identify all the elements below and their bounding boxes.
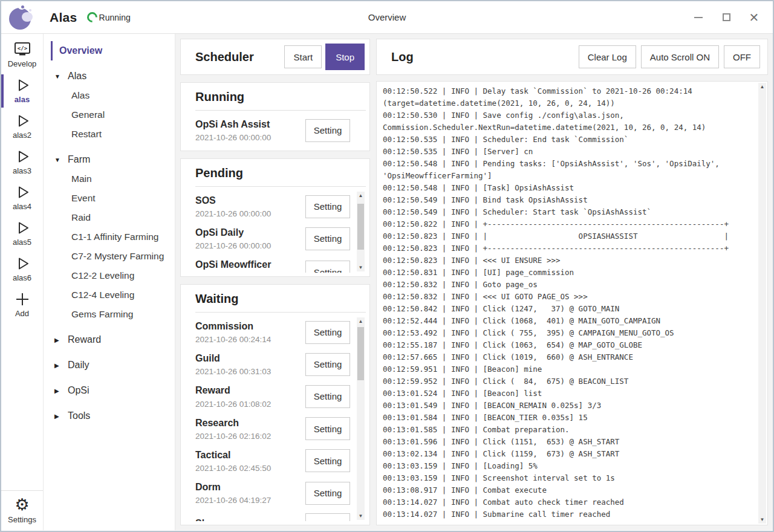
clear-log-button[interactable]: Clear Log bbox=[579, 45, 636, 68]
task-next-run-time: 2021-10-26 00:31:03 bbox=[195, 367, 301, 376]
task-setting-button[interactable]: Setting bbox=[305, 227, 350, 250]
scrollbar-thumb[interactable] bbox=[357, 327, 364, 380]
nav-item[interactable]: Restart bbox=[51, 125, 175, 144]
nav-item[interactable]: ▶ Tools bbox=[51, 406, 175, 426]
task-setting-button[interactable]: Setting bbox=[305, 353, 350, 376]
nav-item-label: Gems Farming bbox=[71, 309, 134, 320]
nav-item[interactable]: ▼ Alas bbox=[51, 66, 175, 86]
task-setting-button[interactable]: Setting bbox=[305, 482, 350, 505]
window-title: Overview bbox=[368, 12, 406, 22]
start-button[interactable]: Start bbox=[284, 45, 322, 68]
play-icon bbox=[14, 255, 31, 272]
nav-item-label: OpSi bbox=[68, 385, 89, 396]
pending-task-list: SOS 2021-10-26 00:00:00 Setting OpSi Dai… bbox=[195, 190, 366, 273]
sidebar-instance-item[interactable]: </> alas3 bbox=[1, 144, 43, 180]
nav-item[interactable]: C12-2 Leveling bbox=[51, 266, 175, 285]
nav-item-label: Raid bbox=[71, 212, 91, 223]
task-row: Dorm 2021-10-26 04:19:27 Setting bbox=[195, 477, 350, 509]
plus-icon bbox=[15, 291, 30, 307]
nav-item[interactable]: C1-1 Affinity Farming bbox=[51, 227, 175, 247]
svg-text:</>: </> bbox=[17, 45, 27, 51]
task-name: OpSi Daily bbox=[195, 227, 301, 238]
sidebar-instance-item[interactable]: </> alas4 bbox=[1, 180, 43, 216]
task-name: SOS bbox=[195, 195, 301, 206]
task-setting-button[interactable]: Setting bbox=[305, 261, 350, 273]
divider bbox=[195, 312, 366, 313]
nav-item[interactable]: Event bbox=[51, 189, 175, 208]
running-spinner-icon bbox=[85, 10, 99, 24]
nav-item-label: Farm bbox=[68, 154, 90, 165]
task-setting-button[interactable]: Setting bbox=[305, 449, 350, 472]
nav-item-label: Restart bbox=[71, 129, 102, 140]
task-next-run-time: 2021-10-26 00:24:14 bbox=[195, 335, 301, 344]
window-controls: ✕ bbox=[685, 1, 768, 33]
tree-arrow-icon: ▶ bbox=[54, 337, 68, 343]
nav-item[interactable]: C7-2 Mystery Farming bbox=[51, 247, 175, 266]
nav-list: Overview ▼ Alas Alas General bbox=[51, 41, 175, 426]
log-output-panel[interactable]: 00:12:50.522 | INFO | Delay task `Commis… bbox=[376, 81, 768, 525]
log-column: Log Clear Log Auto Scroll ON OFF 00:12:5… bbox=[376, 39, 768, 525]
maximize-button[interactable] bbox=[712, 1, 740, 33]
scroll-up-icon[interactable]: ▲ bbox=[357, 192, 365, 199]
task-setting-button[interactable]: Setting bbox=[305, 119, 350, 142]
close-button[interactable]: ✕ bbox=[740, 1, 768, 33]
task-setting-button[interactable]: Setting bbox=[305, 195, 350, 218]
nav-item[interactable]: General bbox=[51, 105, 175, 125]
scroll-up-icon[interactable]: ▲ bbox=[758, 83, 766, 91]
sidebar-instance-label: alas bbox=[15, 95, 30, 104]
scroll-down-icon[interactable]: ▼ bbox=[758, 516, 766, 524]
settings-label: Settings bbox=[8, 515, 36, 524]
nav-item[interactable]: ▶ Reward bbox=[51, 330, 175, 349]
sidebar-instance-item[interactable]: </> Develop bbox=[1, 37, 43, 73]
task-next-run-time: 2021-10-26 04:19:27 bbox=[195, 496, 301, 505]
close-icon: ✕ bbox=[749, 11, 759, 24]
pending-scrollbar[interactable]: ▲ ▼ bbox=[357, 192, 365, 271]
scheduler-title: Scheduler bbox=[195, 50, 284, 64]
task-setting-button[interactable]: Setting bbox=[305, 513, 350, 521]
sidebar-item-settings[interactable]: ⚙ Settings bbox=[1, 490, 43, 530]
content-area: Scheduler Start Stop Running OpSi Ash As… bbox=[175, 34, 773, 530]
play-icon bbox=[14, 184, 31, 201]
task-row: Tactical 2021-10-26 02:45:50 Setting bbox=[195, 445, 350, 477]
gear-icon: ⚙ bbox=[15, 496, 29, 514]
nav-item[interactable]: Raid bbox=[51, 208, 175, 227]
nav-item-label: C12-4 Leveling bbox=[71, 290, 134, 300]
sidebar-instance-label: alas5 bbox=[13, 238, 31, 247]
scrollbar-thumb[interactable] bbox=[357, 204, 364, 250]
tree-arrow-icon: ▼ bbox=[54, 73, 68, 80]
sidebar-instance-item[interactable]: </> alas bbox=[1, 73, 43, 109]
sidebar-instance-item[interactable]: </> alas5 bbox=[1, 216, 43, 251]
task-setting-button[interactable]: Setting bbox=[305, 385, 350, 408]
waiting-scrollbar[interactable]: ▲ ▼ bbox=[357, 317, 365, 520]
nav-item[interactable]: ▶ OpSi bbox=[51, 381, 175, 400]
sidebar-instance-item[interactable]: </> Add bbox=[1, 287, 43, 323]
sidebar-instance-item[interactable]: </> alas2 bbox=[1, 109, 43, 144]
running-task-list: OpSi Ash Assist 2021-10-26 00:00:00 Sett… bbox=[195, 114, 366, 147]
nav-item[interactable]: Main bbox=[51, 169, 175, 189]
nav-item[interactable]: Overview bbox=[51, 41, 175, 60]
nav-item[interactable]: ▼ Farm bbox=[51, 150, 175, 169]
sidebar-instance-item[interactable]: </> alas6 bbox=[1, 251, 43, 287]
nav-item[interactable]: Gems Farming bbox=[51, 305, 175, 324]
scroll-up-icon[interactable]: ▲ bbox=[357, 317, 365, 325]
stop-button[interactable]: Stop bbox=[325, 44, 365, 70]
log-scrollbar[interactable]: ▲ ▼ bbox=[758, 83, 766, 524]
nav-item-label: Alas bbox=[68, 71, 86, 82]
scheduler-status-text: Running bbox=[99, 13, 131, 22]
task-setting-button[interactable]: Setting bbox=[305, 321, 350, 344]
title-bar: Alas Running Overview ✕ bbox=[1, 1, 773, 34]
task-row: Shop Setting bbox=[195, 509, 350, 521]
scroll-down-icon[interactable]: ▼ bbox=[357, 512, 365, 520]
nav-item[interactable]: Alas bbox=[51, 86, 175, 105]
task-setting-button[interactable]: Setting bbox=[305, 417, 350, 440]
autoscroll-on-button[interactable]: Auto Scroll ON bbox=[641, 45, 719, 68]
divider bbox=[195, 186, 366, 187]
nav-item[interactable]: C12-4 Leveling bbox=[51, 285, 175, 305]
scroll-down-icon[interactable]: ▼ bbox=[357, 264, 365, 271]
divider bbox=[195, 110, 366, 111]
nav-item[interactable]: ▶ Daily bbox=[51, 355, 175, 375]
task-row: SOS 2021-10-26 00:00:00 Setting bbox=[195, 190, 350, 222]
autoscroll-off-button[interactable]: OFF bbox=[724, 45, 760, 68]
develop-icon: </> bbox=[13, 41, 31, 58]
minimize-button[interactable] bbox=[685, 1, 712, 33]
